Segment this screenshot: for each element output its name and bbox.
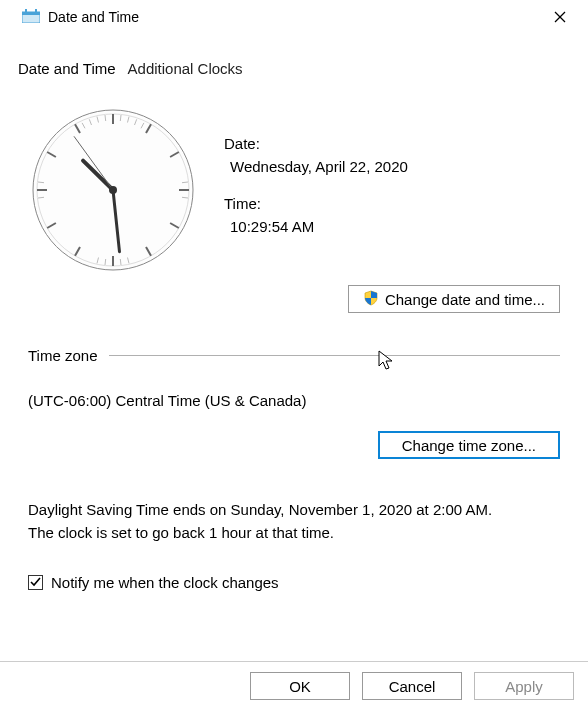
time-value: 10:29:54 AM [230,218,408,235]
dialog-footer: OK Cancel Apply [0,661,588,700]
timezone-value: (UTC-06:00) Central Time (US & Canada) [28,392,560,409]
tab-bar: Date and Time Additional Clocks [0,34,588,81]
datetime-app-icon [22,9,40,26]
dst-text: Daylight Saving Time ends on Sunday, Nov… [28,499,560,544]
svg-rect-3 [35,9,37,13]
time-label: Time: [224,195,408,212]
tab-date-and-time[interactable]: Date and Time [16,56,118,81]
divider [109,355,560,356]
close-button[interactable] [540,7,580,28]
window-title: Date and Time [48,9,139,25]
svg-point-39 [109,186,117,194]
change-date-time-label: Change date and time... [385,291,545,308]
analog-clock [28,105,198,275]
svg-rect-1 [22,12,40,15]
timezone-section-header: Time zone [28,347,560,364]
apply-button[interactable]: Apply [474,672,574,700]
change-timezone-row: Change time zone... [28,431,560,459]
svg-rect-2 [25,9,27,13]
close-icon [554,11,566,23]
svg-line-24 [105,115,106,121]
datetime-row: Date: Wednesday, April 22, 2020 Time: 10… [28,105,560,275]
svg-line-34 [182,197,188,198]
content-area: Date: Wednesday, April 22, 2020 Time: 10… [0,81,588,591]
notify-checkbox[interactable] [28,575,43,590]
title-bar: Date and Time [0,0,588,34]
ok-button[interactable]: OK [250,672,350,700]
svg-line-35 [182,182,188,183]
change-datetime-row: Change date and time... [28,285,560,313]
svg-line-28 [120,259,121,265]
change-time-zone-button[interactable]: Change time zone... [378,431,560,459]
notify-checkbox-row: Notify me when the clock changes [28,574,560,591]
change-date-time-button[interactable]: Change date and time... [348,285,560,313]
shield-icon [363,290,379,309]
cancel-button[interactable]: Cancel [362,672,462,700]
check-icon [30,577,41,588]
notify-checkbox-label: Notify me when the clock changes [51,574,279,591]
svg-line-32 [38,197,44,198]
dst-line-2: The clock is set to go back 1 hour at th… [28,522,560,545]
svg-line-33 [38,182,44,183]
timezone-heading: Time zone [28,347,97,364]
svg-line-20 [120,115,121,121]
datetime-info: Date: Wednesday, April 22, 2020 Time: 10… [224,105,408,275]
clock-icon [28,105,198,275]
tab-additional-clocks[interactable]: Additional Clocks [126,56,245,81]
date-label: Date: [224,135,408,152]
svg-line-30 [105,259,106,265]
dst-line-1: Daylight Saving Time ends on Sunday, Nov… [28,499,560,522]
date-value: Wednesday, April 22, 2020 [230,158,408,175]
